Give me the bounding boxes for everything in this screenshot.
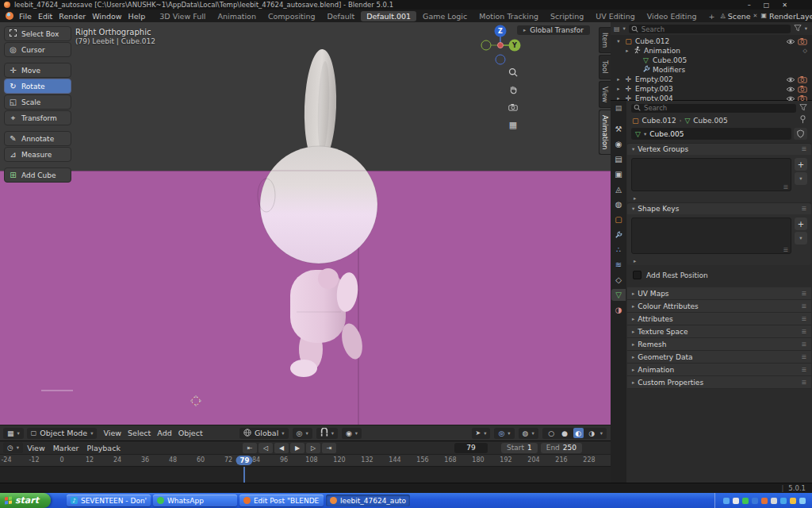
breadcrumb-data[interactable]: Cube.005 bbox=[693, 117, 727, 125]
panel-remesh[interactable]: ▸ Remesh ☰ bbox=[627, 338, 811, 351]
axis-neg-y[interactable] bbox=[481, 40, 491, 50]
tray-icon[interactable] bbox=[799, 498, 806, 504]
scene-selector[interactable]: ◬ Scene ✕ bbox=[720, 12, 757, 21]
play-reverse-button[interactable]: ◀ bbox=[274, 443, 289, 453]
disable-in-render-icon[interactable] bbox=[798, 75, 807, 83]
viewport-menu-view[interactable]: View bbox=[100, 429, 124, 437]
taskbar-item[interactable]: Edit Post "BLENDER... bbox=[239, 495, 324, 506]
tool-measure-button[interactable]: ⊿ Measure bbox=[4, 147, 71, 162]
outliner-item-label[interactable]: Cube.012 bbox=[635, 37, 669, 45]
viewport-menu-object[interactable]: Object bbox=[175, 429, 206, 437]
fake-user-button[interactable] bbox=[794, 128, 807, 140]
transform-orientation-selector[interactable]: Global ▾ bbox=[239, 428, 289, 439]
drag-handle-icon[interactable]: ☰ bbox=[802, 354, 806, 360]
jump-to-prev-keyframe-button[interactable]: ◁ bbox=[259, 443, 273, 453]
panel-custom-properties[interactable]: ▸ Custom Properties ☰ bbox=[627, 376, 811, 389]
transform-panel-header[interactable]: ▸ Global Transfor bbox=[517, 25, 590, 35]
resize-grip-icon[interactable]: ☰ bbox=[783, 184, 788, 190]
shape-keys-panel-footer[interactable]: ▸ bbox=[627, 257, 811, 265]
outliner-row[interactable]: ▸ ✛ Empty.003 bbox=[611, 84, 812, 94]
outliner-item-label[interactable]: Cube.005 bbox=[653, 56, 687, 64]
properties-tab-view-layer[interactable]: ▣ bbox=[611, 168, 626, 180]
disclosure-icon[interactable]: ▾ bbox=[615, 38, 622, 44]
tool-select-box-button[interactable]: Select Box bbox=[4, 26, 71, 41]
properties-tab-object-data[interactable]: ▽ bbox=[611, 289, 626, 301]
current-frame-field[interactable]: 79 bbox=[454, 443, 488, 453]
workspace-tab[interactable]: Compositing bbox=[262, 11, 321, 21]
panel-geometry-data[interactable]: ▸ Geometry Data ☰ bbox=[627, 351, 811, 364]
sidebar-tab-item[interactable]: Item bbox=[599, 27, 611, 53]
play-button[interactable]: ▶ bbox=[290, 443, 304, 453]
drag-handle-icon[interactable]: ☰ bbox=[802, 206, 806, 212]
tray-icon[interactable] bbox=[733, 498, 739, 504]
close-button[interactable]: ✕ bbox=[782, 2, 787, 9]
blender-logo-icon[interactable] bbox=[6, 12, 13, 20]
disclosure-icon[interactable]: ▸ bbox=[615, 86, 622, 92]
frame-start-field[interactable]: Start 1 bbox=[501, 443, 538, 453]
shading-solid-button[interactable]: ● bbox=[560, 428, 570, 438]
workspace-tab[interactable]: Default.001 bbox=[361, 11, 416, 21]
outliner-item-label[interactable]: Empty.003 bbox=[635, 85, 673, 93]
tool-move-button[interactable]: ✛ Move bbox=[4, 63, 71, 78]
properties-tab-modifiers[interactable] bbox=[611, 229, 626, 241]
panel-attributes[interactable]: ▸ Attributes ☰ bbox=[627, 313, 811, 325]
panel-colour-attributes[interactable]: ▸ Colour Attributes ☰ bbox=[627, 300, 811, 313]
properties-tab-output[interactable]: ▤ bbox=[611, 153, 626, 165]
filter-icon[interactable] bbox=[794, 24, 802, 33]
outliner-row[interactable]: ▾ ▢ Cube.012 bbox=[611, 37, 812, 46]
viewport-menu-select[interactable]: Select bbox=[124, 429, 154, 437]
drag-handle-icon[interactable]: ☰ bbox=[802, 329, 806, 335]
properties-tab-object[interactable]: ▢ bbox=[611, 214, 626, 225]
resize-grip-icon[interactable]: ☰ bbox=[783, 247, 788, 253]
drag-handle-icon[interactable]: ☰ bbox=[802, 367, 806, 373]
proportional-edit-toggle[interactable]: ◉ ▾ bbox=[342, 428, 362, 439]
unlink-scene-icon[interactable]: ✕ bbox=[753, 13, 758, 19]
vertex-group-specials-button[interactable]: ▾ bbox=[795, 172, 807, 185]
minimize-button[interactable]: – bbox=[748, 2, 751, 9]
taskbar-item[interactable]: leebit_47624_autosav... bbox=[326, 495, 410, 506]
menu-help[interactable]: Help bbox=[125, 12, 149, 21]
timeline-editor-type[interactable]: ◷ ▾ bbox=[3, 442, 23, 453]
properties-tab-tool[interactable]: ⚒ bbox=[611, 123, 626, 135]
outliner-item-label[interactable]: Empty.002 bbox=[635, 75, 673, 83]
workspace-tab[interactable]: + bbox=[703, 11, 721, 21]
vertex-groups-panel-footer[interactable]: ▸ bbox=[627, 194, 811, 202]
maximize-button[interactable]: □ bbox=[764, 2, 770, 9]
rest-position-checkbox[interactable] bbox=[633, 271, 642, 279]
sidebar-tab-tool[interactable]: Tool bbox=[599, 55, 611, 79]
timeline-menu-view[interactable]: View bbox=[23, 444, 49, 452]
snap-toggle[interactable]: ▾ bbox=[316, 428, 338, 439]
outliner-row[interactable]: ▸ ✛ Empty.002 bbox=[611, 75, 812, 84]
tray-icon[interactable] bbox=[752, 498, 758, 504]
menu-window[interactable]: Window bbox=[89, 12, 124, 21]
drag-handle-icon[interactable]: ☰ bbox=[802, 146, 806, 152]
properties-editor-icon[interactable]: ▤ bbox=[615, 104, 622, 114]
tool-cursor-button[interactable]: ◎ Cursor bbox=[4, 42, 71, 57]
workspace-tab[interactable]: 3D View Full bbox=[154, 11, 211, 21]
sidebar-tab-animation[interactable]: Animation bbox=[599, 110, 611, 155]
mode-selector[interactable]: ▢ Object Mode ▾ bbox=[27, 428, 98, 439]
properties-tab-world[interactable]: ◍ bbox=[611, 198, 626, 210]
overlays-menu[interactable]: ◍ ▾ bbox=[519, 428, 538, 439]
3d-cursor[interactable] bbox=[190, 395, 201, 406]
jump-to-end-button[interactable]: ⇥ bbox=[322, 443, 336, 453]
disclosure-icon[interactable]: ▸ bbox=[624, 48, 630, 54]
bunny-model[interactable] bbox=[0, 22, 611, 425]
hide-in-viewport-icon[interactable] bbox=[786, 76, 795, 83]
menu-file[interactable]: File bbox=[16, 12, 35, 21]
tray-icon[interactable] bbox=[771, 498, 777, 504]
menu-edit[interactable]: Edit bbox=[35, 12, 56, 21]
outliner-search-input[interactable] bbox=[629, 25, 791, 33]
workspace-tab[interactable]: Scripting bbox=[545, 11, 589, 21]
viewport-canvas[interactable]: Right Orthographic (79) Leebit | Cube.01… bbox=[0, 22, 611, 425]
shape-keys-list[interactable]: ☰ bbox=[631, 217, 791, 254]
jump-to-start-button[interactable]: ⇤ bbox=[243, 443, 257, 453]
tray-icon[interactable] bbox=[780, 498, 787, 504]
gizmos-menu[interactable]: ◎ ▾ bbox=[494, 428, 514, 439]
navigation-gizmo[interactable]: Z Y bbox=[479, 24, 522, 67]
toggle-ortho-icon[interactable]: ▦ bbox=[509, 119, 517, 130]
properties-tab-constraints[interactable]: ◇ bbox=[611, 274, 626, 286]
workspace-tab[interactable]: Default bbox=[321, 11, 360, 21]
shading-rendered-button[interactable]: ◑ bbox=[587, 428, 597, 438]
vertex-groups-list[interactable]: ☰ bbox=[631, 158, 791, 191]
